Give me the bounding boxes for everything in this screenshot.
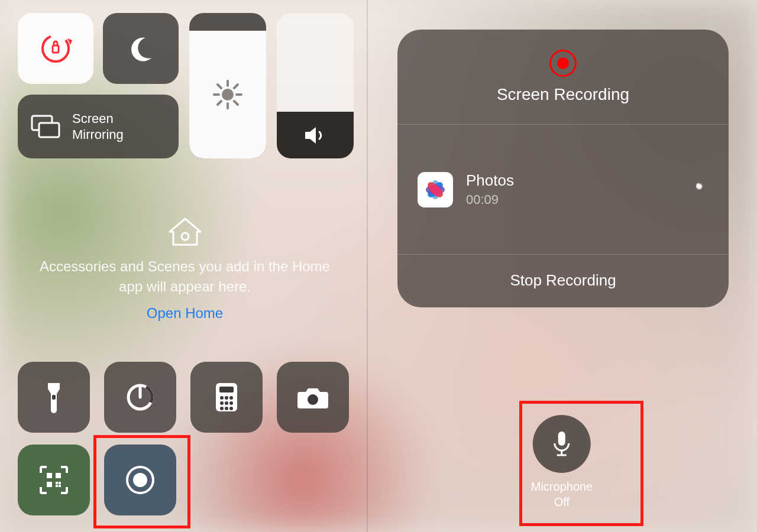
flashlight-icon <box>42 381 66 414</box>
camera-icon <box>296 385 329 410</box>
home-message: Accessories and Scenes you add in the Ho… <box>18 257 352 296</box>
destination-app-name: Photos <box>466 171 514 190</box>
panel-divider <box>367 0 368 532</box>
svg-point-2 <box>222 89 234 100</box>
orientation-lock-icon <box>38 31 73 66</box>
svg-rect-33 <box>59 485 61 487</box>
highlight-microphone <box>519 401 643 526</box>
svg-line-9 <box>234 85 238 88</box>
svg-rect-32 <box>56 482 58 484</box>
svg-line-8 <box>234 101 238 105</box>
svg-line-7 <box>218 85 221 88</box>
svg-line-10 <box>218 101 221 105</box>
screen-mirroring-label: Screen Mirroring <box>72 111 124 143</box>
svg-rect-12 <box>39 123 59 137</box>
screen-mirroring-icon <box>30 113 62 140</box>
home-card: Accessories and Scenes you add in the Ho… <box>18 200 352 337</box>
screen-mirroring-tile[interactable]: Screen Mirroring <box>18 95 179 158</box>
svg-point-26 <box>225 407 228 410</box>
do-not-disturb-tile[interactable] <box>103 13 179 84</box>
screen-recording-card: Screen Recording <box>397 30 729 307</box>
qr-icon <box>38 465 69 495</box>
svg-point-20 <box>225 396 228 400</box>
svg-point-22 <box>220 401 224 405</box>
qr-scanner-button[interactable] <box>18 445 90 515</box>
speaker-icon <box>302 122 329 149</box>
svg-rect-34 <box>56 485 58 487</box>
loading-spinner-icon <box>688 180 709 200</box>
svg-rect-18 <box>219 387 234 392</box>
recording-destination-row[interactable]: Photos 00:09 <box>397 124 729 254</box>
svg-point-27 <box>229 407 233 410</box>
open-home-link[interactable]: Open Home <box>147 305 223 322</box>
svg-rect-29 <box>47 473 52 478</box>
svg-point-25 <box>220 407 224 410</box>
camera-button[interactable] <box>277 362 349 433</box>
svg-point-0 <box>38 31 73 66</box>
photos-app-icon <box>418 172 453 207</box>
control-center-panel: Screen Mirroring Accessories and Scenes … <box>0 0 367 532</box>
timer-button[interactable] <box>104 362 176 433</box>
svg-point-24 <box>229 401 233 405</box>
sun-icon <box>212 79 244 111</box>
svg-rect-30 <box>56 473 61 478</box>
highlight-record-button <box>93 435 190 528</box>
brightness-slider[interactable] <box>189 13 266 158</box>
stop-recording-button[interactable]: Stop Recording <box>397 254 729 306</box>
svg-rect-35 <box>59 482 61 484</box>
calculator-icon <box>215 382 238 413</box>
recording-indicator <box>549 50 577 77</box>
calculator-button[interactable] <box>190 362 263 433</box>
svg-point-23 <box>225 401 228 405</box>
screen-recording-title: Screen Recording <box>497 85 629 104</box>
volume-slider[interactable] <box>277 13 354 158</box>
record-dot-icon <box>557 57 569 69</box>
home-icon <box>166 215 204 248</box>
svg-point-13 <box>182 233 189 240</box>
timer-icon <box>125 382 156 413</box>
svg-rect-31 <box>47 482 52 487</box>
svg-rect-14 <box>52 395 56 400</box>
svg-rect-1 <box>53 46 59 53</box>
moon-icon <box>125 33 156 64</box>
destination-elapsed: 00:09 <box>466 192 514 207</box>
svg-point-28 <box>308 394 318 405</box>
svg-point-19 <box>220 396 224 400</box>
orientation-lock-tile[interactable] <box>18 13 93 84</box>
svg-point-21 <box>229 396 233 400</box>
flashlight-button[interactable] <box>18 362 90 433</box>
screen-recording-panel: Screen Recording <box>367 0 757 532</box>
